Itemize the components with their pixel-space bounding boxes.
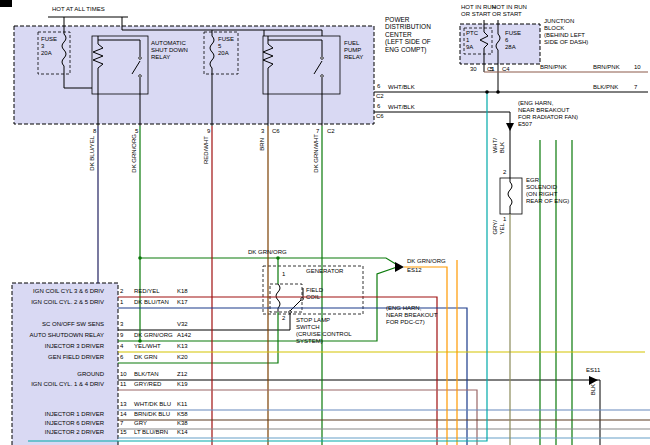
pdc-box (14, 26, 374, 124)
fuse3-label: FUSE 3 20A (41, 36, 57, 57)
es11-label: ES11 (586, 367, 600, 374)
pcm-row-pin-8: 13 (120, 401, 127, 408)
pcm-row-wire-10: GRY (134, 420, 147, 427)
pcm-row-circuit-6: Z12 (177, 371, 187, 378)
pcm-row-wire-5: DK GRN (134, 354, 157, 361)
pdc-pin-c6: C6 (272, 128, 280, 135)
dk-grn-wht-label: DK GRN/WHT (313, 134, 320, 173)
pcm-row-wire-6: BLK/TAN (134, 371, 159, 378)
pcm-row-pin-0: 2 (120, 288, 123, 295)
egr-solenoid-label: EGR SOLENOID (ON RIGHT REAR OF ENG) (526, 177, 569, 205)
pcm-row-circuit-10: K38 (177, 420, 188, 427)
pin-7-label: 7 (634, 84, 637, 91)
egr-pin-1: 1 (503, 216, 506, 223)
pcm-row-label-7: IGN COIL CYL. 1 & 4 DRIV (12, 381, 104, 388)
pcm-row-pin-2: 3 (120, 321, 123, 328)
junction-block-title: JUNCTION BLOCK (BEHIND LEFT SIDE OF DASH… (544, 18, 588, 46)
asd-relay-label: AUTOMATIC SHUT DOWN RELAY (151, 40, 188, 61)
pcm-row-pin-10: 7 (120, 420, 123, 427)
wht-blk-vertical-label: WHT/ BLK (492, 138, 506, 153)
jb-pin-c4: C4 (502, 66, 510, 73)
hot-at-all-times-label: HOT AT ALL TIMES (52, 6, 105, 13)
pdc-right-pin-6a: 6 (377, 83, 380, 90)
wiring-diagram: HOT AT ALL TIMES HOT IN RUN OR START HOT… (0, 0, 650, 445)
pcm-row-label-0: IGN COIL CYL 3 & 6 DRIV (12, 288, 104, 295)
jb-pin-5: 5 (490, 66, 493, 73)
pcm-row-label-5: GEN FIELD DRIVER (12, 354, 104, 361)
field-coil-label: FIELD COIL (306, 287, 323, 301)
brn-pnk-label-1: BRN/PNK (540, 64, 567, 71)
pcm-row-pin-5: 6 (120, 354, 123, 361)
pcm-row-wire-4: YEL/WHT (134, 343, 161, 350)
pdc-right-pin-c6: C6 (376, 113, 384, 120)
pcm-row-label-1: IGN COIL CYL. 2 & 5 DRIV (12, 299, 104, 306)
pcm-row-pin-3: 9 (120, 332, 123, 339)
pcm-row-pin-9: 14 (120, 411, 127, 418)
pcm-row-circuit-5: K20 (177, 354, 188, 361)
pcm-row-pin-4: 4 (120, 343, 123, 350)
pcm-row-circuit-0: K18 (177, 288, 188, 295)
pcm-row-circuit-4: K13 (177, 343, 188, 350)
brn-label: BRN (259, 138, 266, 151)
wires-colored (28, 72, 650, 445)
blk-label: BLK (590, 384, 597, 395)
e507-note: (ENG HARN, NEAR BREAKOUT FOR RADIATOR FA… (518, 100, 578, 128)
es12-note: (ENG HARN, NEAR BREAKOUT FOR PDC-C7) (386, 305, 437, 326)
pcm-row-label-3: AUTO SHUTDOWN RELAY (12, 332, 104, 339)
pcm-row-wire-3: DK GRN/ORG (134, 332, 173, 339)
field-coil-pin-1: 1 (282, 271, 285, 278)
wire-gry-red (118, 390, 477, 445)
brn-pnk-label-2: BRN/PNK (593, 64, 620, 71)
pcm-row-label-9: INJECTOR 1 DRIVER (12, 411, 104, 418)
red-wht-label: RED/WHT (203, 136, 210, 164)
pcm-row-circuit-1: K17 (177, 299, 188, 306)
pcm-row-circuit-3: A142 (177, 332, 191, 339)
dk-grn-org-mid-label: DK GRN/ORG (248, 249, 287, 256)
hot-in-run-label-1: HOT IN RUN OR START (461, 4, 496, 18)
pdc-pin-8: 8 (93, 128, 96, 135)
pcm-row-wire-9: BRN/DK BLU (134, 411, 170, 418)
pcm-row-wire-0: RED/YEL (134, 288, 160, 295)
pdc-title: POWER DISTRIBUTION CENTER (LEFT SIDE OF … (385, 16, 431, 53)
pcm-row-pin-11: 15 (120, 429, 127, 436)
pcm-row-label-6: GROUND (12, 371, 104, 378)
es12-arrow (395, 262, 404, 272)
pcm-row-label-4: INJECTOR 3 DRIVER (12, 343, 104, 350)
egr-pin-2: 2 (503, 169, 506, 176)
pcm-row-wire-1: DK BLU/TAN (134, 299, 169, 306)
pcm-row-circuit-9: K58 (177, 411, 188, 418)
wire-dk-blu-tan (118, 308, 467, 445)
pin-10-label: 10 (634, 64, 641, 71)
pcm-row-pin-7: 11 (120, 381, 126, 388)
pcm-row-pin-1: 1 (120, 299, 123, 306)
dk-grn-org-label: DK GRN/ORG (131, 134, 138, 173)
generator-title: GENERATOR (306, 268, 343, 275)
pcm-row-circuit-7: K19 (177, 381, 188, 388)
blk-pnk-label: BLK/PNK (593, 84, 618, 91)
fuel-pump-relay-label: FUEL PUMP RELAY (344, 40, 363, 61)
pdc-right-pin-6b: 6 (377, 103, 380, 110)
pcm-row-circuit-2: V32 (177, 321, 188, 328)
pcm-row-label-2: SC ON/OFF SW SENS (12, 321, 104, 328)
splice-arrows (395, 123, 598, 385)
pcm-row-wire-7: GRY/RED (134, 381, 161, 388)
egr-coil (508, 182, 512, 214)
field-coil-pin-2: 2 (282, 315, 285, 322)
pcm-row-pin-6: 10 (120, 371, 127, 378)
es12-label: ES12 (407, 267, 422, 274)
pcm-row-circuit-8: K11 (177, 401, 187, 408)
pdc-right-pin-c2: C2 (376, 93, 384, 100)
fuse5-label: FUSE 5 20A (218, 36, 234, 57)
dk-blu-yel-label: DK BLU/YEL (89, 136, 96, 171)
wht-blk-label-1: WHT/BLK (388, 84, 415, 91)
pcm-row-wire-11: LT BLU/BRN (134, 429, 168, 436)
pdc-pin-c2: C2 (327, 128, 335, 135)
ptc-label: PTC 1 9A (466, 30, 478, 51)
pcm-row-label-10: INJECTOR 6 DRIVER (12, 420, 104, 427)
es12-wire-label: DK GRN/ORG (407, 258, 446, 265)
fuse6-label: FUSE 6 28A (505, 30, 521, 51)
pdc-pin-3: 3 (261, 128, 264, 135)
corner-mark (0, 0, 12, 7)
jb-pin-30: 30 (470, 66, 477, 73)
pcm-row-circuit-11: K14 (177, 429, 188, 436)
